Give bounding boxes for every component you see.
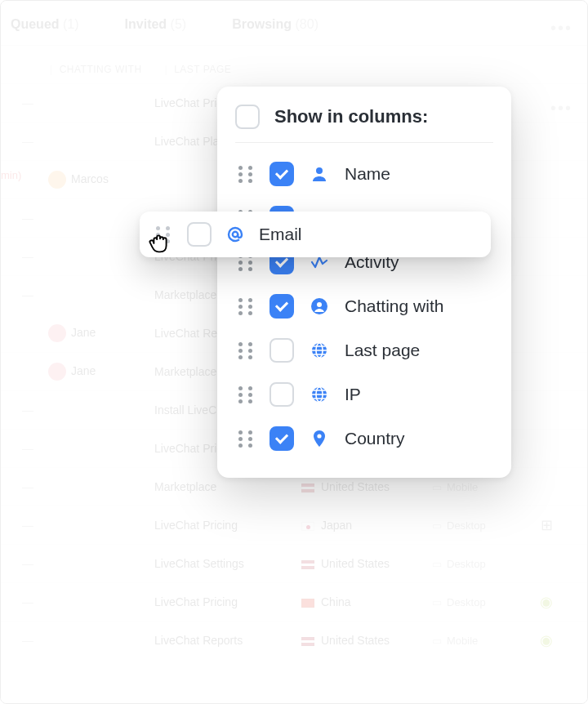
col-header-last-page: LAST PAGE [174,64,231,75]
col-header-chatting-with: CHATTING WITH [60,64,142,75]
column-row-name[interactable]: Name [235,156,493,192]
column-row-chatting_with[interactable]: Chatting with [235,288,493,324]
svg-point-7 [317,434,321,438]
column-headers: |CHATTING WITH |LAST PAGE [1,46,587,83]
drag-handle-icon[interactable] [238,166,255,183]
column-checkbox-name[interactable] [270,162,294,186]
person-circle-icon [309,296,330,317]
column-checkbox-country[interactable] [270,426,294,451]
kebab-menu-icon[interactable]: ••• [550,19,572,38]
column-label-ip: IP [345,385,361,404]
column-label-chatting_with: Chatting with [345,296,443,316]
column-checkbox-chatting_with[interactable] [270,294,294,319]
tabs-bar: Queued (1) Invited (5) Browsing (80) ••• [1,1,587,46]
columns-menu-icon[interactable]: ••• [550,99,572,118]
drag-handle-icon[interactable] [238,386,255,403]
drag-handle-icon[interactable] [238,342,255,359]
person-icon [309,163,330,185]
pin-icon [309,428,330,449]
column-checkbox-ip[interactable] [270,382,294,407]
column-row-email-dragging[interactable]: Email [140,212,491,257]
table-row[interactable]: —LiveChat PricingJapanDesktop [1,506,587,544]
select-all-checkbox[interactable] [235,105,260,129]
column-label-country: Country [345,429,405,448]
svg-point-2 [317,302,322,307]
column-label-email: Email [259,225,302,244]
globe-icon [309,340,330,361]
wait-time-badge: min) [1,169,21,181]
drag-handle-icon[interactable] [238,430,255,448]
column-checkbox-last_page[interactable] [270,338,294,363]
column-label-last_page: Last page [345,341,420,360]
column-row-ip[interactable]: IP [235,377,493,412]
globe-icon [309,384,330,405]
column-row-country[interactable]: Country [235,421,493,457]
at-icon [225,224,246,245]
column-label-name: Name [345,164,390,184]
tab-invited[interactable]: Invited (5) [125,17,187,32]
popover-title: Show in columns: [274,106,428,127]
column-checkbox-email[interactable] [187,222,212,247]
svg-point-0 [316,167,323,174]
tab-browsing[interactable]: Browsing (80) [232,17,318,32]
table-row[interactable]: —LiveChat PricingChinaDesktop [1,582,587,621]
drag-handle-icon[interactable] [238,298,255,315]
columns-popover: Show in columns: NameActionsActivityChat… [217,87,511,478]
grab-cursor-icon [145,226,176,257]
column-row-last_page[interactable]: Last page [235,332,493,368]
table-row[interactable]: —LiveChat SettingsUnited StatesDesktop [1,544,587,582]
tab-queued[interactable]: Queued (1) [11,17,79,32]
table-row[interactable]: —LiveChat ReportsUnited StatesMobile [1,621,587,659]
